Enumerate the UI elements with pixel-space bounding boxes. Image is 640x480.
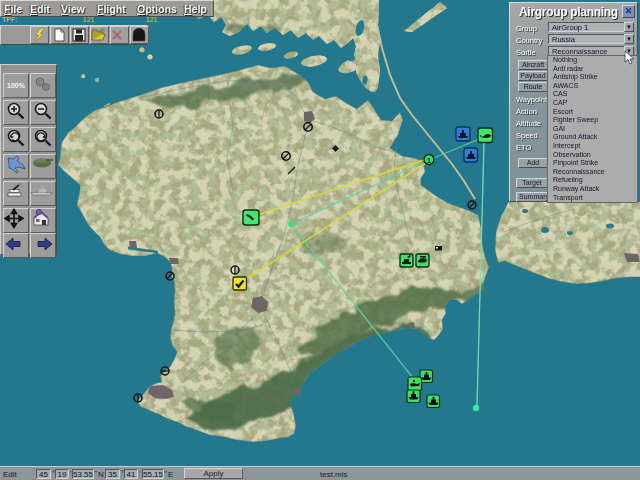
svg-text:100%: 100% <box>7 82 26 89</box>
svg-text:1: 1 <box>427 156 432 165</box>
